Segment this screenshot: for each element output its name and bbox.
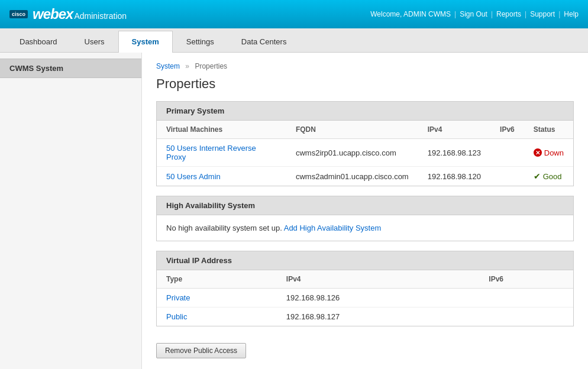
nav-tabs: Dashboard Users System Settings Data Cen… [0,28,588,53]
webex-logo-text: webex [33,6,73,22]
primary-system-table: Virtual Machines FQDN IPv4 IPv6 Status 5… [157,121,573,186]
ipv4-cell-1: 192.168.98.123 [418,139,490,167]
high-availability-table: No high availability system set up. Add … [157,215,573,241]
status-down-icon: ✕ [534,148,542,157]
tab-users[interactable]: Users [71,31,118,52]
primary-system-header: Primary System [157,102,573,121]
public-ipv4: 192.168.98.127 [277,308,480,326]
remove-public-access-button[interactable]: Remove Public Access [156,343,246,358]
virtual-ip-table: Type IPv4 IPv6 Private 192.168.98.126 Pu… [157,270,573,326]
no-data-text: No high availability system set up. [166,224,282,232]
sidebar-item-cwms-system[interactable]: CWMS System [0,59,141,78]
main-layout: CWMS System System » Properties Properti… [0,53,588,369]
breadcrumb-system-link[interactable]: System [156,62,180,70]
header: cisco webex Administration Welcome, ADMI… [0,0,588,28]
private-link[interactable]: Private [166,293,190,302]
tab-settings[interactable]: Settings [173,31,228,52]
administration-text: Administration [74,11,127,21]
col-status: Status [524,121,573,139]
private-ipv6 [479,289,573,308]
button-row: Remove Public Access [156,336,574,361]
public-ipv6 [479,308,573,326]
col-type: Type [157,270,277,289]
status-good-label: Good [543,172,562,181]
no-data-row: No high availability system set up. Add … [157,215,573,241]
table-row: Private 192.168.98.126 [157,289,573,308]
breadcrumb: System » Properties [156,62,574,70]
add-ha-link[interactable]: Add High Availability System [284,224,382,232]
tab-system[interactable]: System [118,31,173,53]
cisco-icon: cisco [9,10,28,19]
logo: cisco webex Administration [9,6,127,22]
col-virtual-machines: Virtual Machines [157,121,286,139]
fqdn-cell-1: cwms2irp01.ucapp.cisco.com [286,139,418,167]
support-link[interactable]: Support [530,10,555,18]
ipv6-cell-2 [490,167,524,186]
vm-link-irp[interactable]: 50 Users Internet Reverse Proxy [166,144,256,161]
vm-link-admin[interactable]: 50 Users Admin [166,172,221,181]
ipv4-cell-2: 192.168.98.120 [418,167,490,186]
content-area: System » Properties Properties Primary S… [142,53,588,369]
public-link[interactable]: Public [166,312,187,321]
col-ipv4: IPv4 [418,121,490,139]
welcome-text: Welcome, ADMIN CWMS [370,10,451,18]
breadcrumb-current: Properties [195,62,227,70]
status-down: ✕ Down [534,148,564,157]
col-ipv4-vip: IPv4 [277,270,480,289]
high-availability-header: High Availability System [157,196,573,215]
virtual-ip-header: Virtual IP Address [157,251,573,270]
col-ipv6-vip: IPv6 [479,270,573,289]
table-row: Public 192.168.98.127 [157,308,573,326]
header-right: Welcome, ADMIN CWMS | Sign Out | Reports… [370,10,579,18]
private-ipv4: 192.168.98.126 [277,289,480,308]
virtual-ip-section: Virtual IP Address Type IPv4 IPv6 Privat… [156,251,574,326]
ipv6-cell-1 [490,139,524,167]
table-row: 50 Users Admin cwms2admin01.ucapp.cisco.… [157,167,573,186]
tab-dashboard[interactable]: Dashboard [6,31,71,52]
status-good-icon: ✔ [534,171,541,181]
reports-link[interactable]: Reports [496,10,521,18]
breadcrumb-separator: » [185,62,189,70]
help-link[interactable]: Help [564,10,579,18]
sign-out-link[interactable]: Sign Out [460,10,487,18]
col-ipv6: IPv6 [490,121,524,139]
fqdn-cell-2: cwms2admin01.ucapp.cisco.com [286,167,418,186]
col-fqdn: FQDN [286,121,418,139]
high-availability-section: High Availability System No high availab… [156,196,574,241]
page-title: Properties [156,76,574,92]
status-good: ✔ Good [534,171,564,181]
primary-system-section: Primary System Virtual Machines FQDN IPv… [156,101,574,186]
status-down-label: Down [544,148,564,157]
table-row: 50 Users Internet Reverse Proxy cwms2irp… [157,139,573,167]
tab-data-centers[interactable]: Data Centers [228,31,301,52]
sidebar: CWMS System [0,53,142,369]
